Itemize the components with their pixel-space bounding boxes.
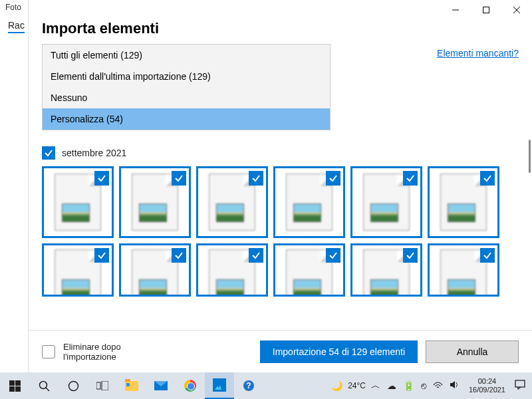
cortana-button[interactable] [59,372,88,399]
search-icon [39,380,50,392]
scrollbar[interactable] [529,140,531,173]
delete-after-checkbox[interactable] [42,345,55,358]
thumb-checkbox[interactable] [403,171,418,186]
cortana-icon [68,380,79,392]
taskbar-app-photos[interactable] [205,372,234,399]
filter-option-none[interactable]: Nessuno [43,87,330,108]
thumb-checkbox[interactable] [480,171,495,186]
svg-point-6 [68,381,78,390]
photos-icon [213,378,226,392]
thumb-checkbox[interactable] [94,171,109,186]
wifi-icon[interactable] [432,380,444,391]
svg-marker-11 [450,381,455,388]
thumb-checkbox[interactable] [480,248,495,263]
thumbnail-grid [42,166,519,297]
svg-line-5 [46,388,49,391]
start-button[interactable] [0,372,29,399]
task-view-icon [96,381,108,390]
cancel-button[interactable]: Annulla [426,340,519,363]
bluetooth-icon[interactable]: ⎋ [420,380,428,391]
thumbnail-item[interactable] [42,243,114,297]
help-icon: ? [243,380,255,392]
filter-option-all[interactable]: Tutti gli elementi (129) [43,45,330,66]
missing-items-link[interactable]: Elementi mancanti? [437,44,519,59]
delete-after-label: Eliminare dopo l'importazione [63,342,143,362]
weather-icon[interactable]: 🌙 [330,380,344,391]
taskbar[interactable]: ? 🌙 24°C ︿ ☁ 🔋 ⎋ 00:24 16/09/2021 [0,372,532,399]
search-button[interactable] [29,372,59,399]
thumbnail-item[interactable] [196,243,268,297]
thumbnail-item[interactable] [42,166,114,238]
onedrive-icon[interactable]: ☁ [386,380,398,391]
thumbnail-item[interactable] [350,243,422,297]
svg-rect-8 [102,381,108,390]
month-group-header[interactable]: settembre 2021 [42,146,519,160]
task-view-button[interactable] [88,372,117,399]
thumb-checkbox[interactable] [94,248,109,263]
month-label: settembre 2021 [62,148,126,158]
dialog-footer: Eliminare dopo l'importazione Importazio… [29,330,532,372]
taskbar-app-explorer[interactable] [117,372,146,399]
svg-rect-12 [515,380,525,387]
thumb-checkbox[interactable] [326,248,340,263]
taskbar-clock[interactable]: 00:24 16/09/2021 [465,377,509,394]
close-icon [513,7,520,13]
dialog-titlebar [29,0,532,20]
thumbnail-item[interactable] [428,166,499,238]
thumbnail-item[interactable] [350,166,422,238]
filter-option-last-import[interactable]: Elementi dall'ultima importazione (129) [43,66,330,87]
folder-icon [125,381,138,391]
thumb-checkbox[interactable] [172,248,186,263]
notifications-icon[interactable] [513,380,527,392]
maximize-icon [483,7,489,13]
import-dialog: Importa elementi Tutti gli elementi (129… [28,0,532,372]
filter-option-custom[interactable]: Personalizza (54) [43,108,330,130]
check-icon [44,148,53,158]
dialog-title: Importa elementi [42,20,519,37]
filter-dropdown[interactable]: Tutti gli elementi (129) Elementi dall'u… [42,44,331,130]
thumb-checkbox[interactable] [172,171,186,186]
svg-text:?: ? [246,381,251,390]
thumbnail-item[interactable] [196,166,268,238]
thumb-checkbox[interactable] [249,248,263,263]
maximize-button[interactable] [471,0,501,20]
weather-temp[interactable]: 24°C [348,381,366,390]
thumbnail-item[interactable] [273,243,345,297]
thumbnail-item[interactable] [273,166,345,238]
clock-date: 16/09/2021 [469,386,505,394]
thumb-checkbox[interactable] [249,171,263,186]
minimize-icon [452,7,459,13]
thumbnail-item[interactable] [428,243,499,297]
clock-time: 00:24 [469,377,505,386]
thumbnail-item[interactable] [119,243,191,297]
thumbnail-item[interactable] [119,166,191,238]
tray-chevron-icon[interactable]: ︿ [370,380,382,392]
month-checkbox[interactable] [42,146,55,160]
taskbar-app-mail[interactable] [146,372,176,399]
taskbar-app-help[interactable]: ? [234,372,263,399]
chrome-icon [184,380,196,392]
volume-icon[interactable] [448,380,461,391]
battery-icon[interactable]: 🔋 [402,380,416,391]
svg-rect-7 [96,382,100,389]
minimize-button[interactable] [440,0,471,20]
import-button[interactable]: Importazione 54 di 129 elementi [260,340,418,363]
taskbar-app-chrome[interactable] [176,372,205,399]
thumb-checkbox[interactable] [403,248,418,263]
thumb-checkbox[interactable] [326,171,340,186]
close-button[interactable] [501,0,532,20]
svg-point-4 [39,381,47,388]
bg-tab-collection[interactable]: Rac [8,20,25,33]
mail-icon [154,381,168,390]
svg-rect-1 [483,7,489,13]
windows-icon [9,380,21,392]
